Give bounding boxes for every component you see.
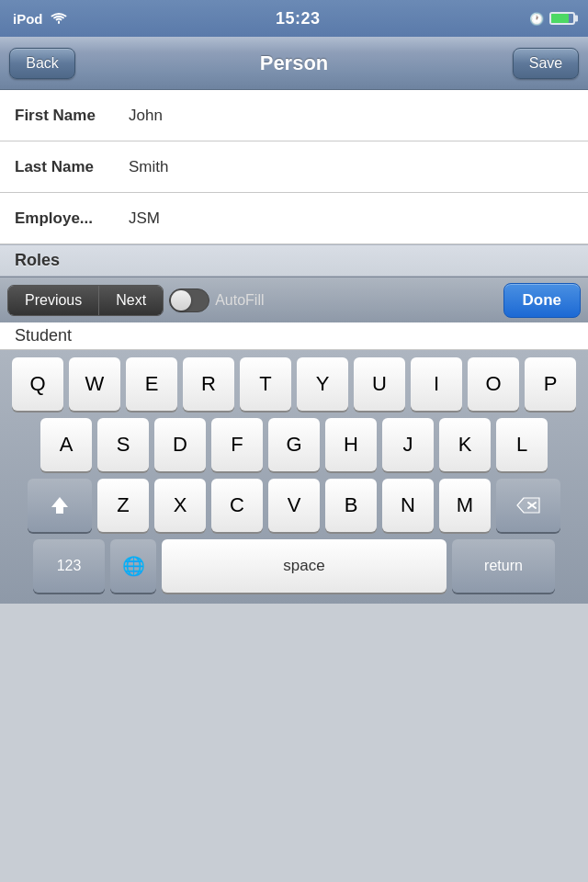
- key-q[interactable]: Q: [12, 357, 63, 411]
- keyboard: Q W E R T Y U I O P A S D F G H J K L Z …: [0, 350, 588, 604]
- key-u[interactable]: U: [354, 357, 405, 411]
- last-name-label: Last Name: [15, 158, 125, 176]
- clock-icon: 🕐: [529, 12, 544, 26]
- next-button[interactable]: Next: [99, 286, 163, 315]
- key-b[interactable]: B: [325, 479, 377, 532]
- previous-button[interactable]: Previous: [8, 286, 99, 315]
- shift-key[interactable]: [28, 479, 92, 532]
- key-h[interactable]: H: [325, 418, 377, 471]
- key-z[interactable]: Z: [97, 479, 149, 532]
- key-f[interactable]: F: [211, 418, 263, 471]
- key-j[interactable]: J: [382, 418, 434, 471]
- status-time: 15:23: [276, 9, 321, 28]
- nav-bar: Back Person Save: [0, 37, 588, 90]
- globe-key[interactable]: 🌐: [110, 539, 156, 593]
- delete-key[interactable]: [496, 479, 560, 532]
- keyboard-row-4: 123 🌐 space return: [4, 539, 584, 593]
- battery-icon: [549, 12, 575, 25]
- autofill-label: AutoFill: [215, 292, 264, 309]
- autofill-group: AutoFill: [169, 288, 264, 312]
- key-k[interactable]: K: [439, 418, 491, 471]
- status-left: iPod: [13, 11, 67, 27]
- autofill-knob: [171, 290, 191, 311]
- key-i[interactable]: I: [411, 357, 462, 411]
- first-name-label: First Name: [15, 107, 125, 125]
- status-right: 🕐: [529, 12, 575, 26]
- keyboard-row-3: Z X C V B N M: [4, 479, 584, 532]
- key-t[interactable]: T: [240, 357, 291, 411]
- form-area: First Name Last Name Employe...: [0, 90, 588, 244]
- key-v[interactable]: V: [268, 479, 320, 532]
- keyboard-row-1: Q W E R T Y U I O P: [4, 357, 584, 411]
- svg-marker-0: [51, 497, 68, 514]
- key-x[interactable]: X: [154, 479, 206, 532]
- student-row[interactable]: Student: [0, 322, 588, 350]
- status-bar: iPod 15:23 🕐: [0, 0, 588, 37]
- key-m[interactable]: M: [439, 479, 491, 532]
- space-key[interactable]: space: [162, 539, 447, 593]
- key-d[interactable]: D: [154, 418, 206, 471]
- back-button[interactable]: Back: [9, 48, 75, 79]
- nav-button-group: Previous Next: [7, 285, 164, 316]
- key-e[interactable]: E: [126, 357, 177, 411]
- key-s[interactable]: S: [97, 418, 149, 471]
- autofill-toggle[interactable]: [169, 288, 209, 312]
- key-l[interactable]: L: [496, 418, 548, 471]
- roles-section-header: Roles: [0, 244, 588, 277]
- key-g[interactable]: G: [268, 418, 320, 471]
- first-name-input[interactable]: [125, 99, 573, 132]
- roles-header-text: Roles: [15, 251, 60, 269]
- key-w[interactable]: W: [69, 357, 120, 411]
- done-button[interactable]: Done: [503, 283, 582, 318]
- page-title: Person: [260, 51, 329, 75]
- wifi-icon: [51, 11, 67, 27]
- keyboard-row-2: A S D F G H J K L: [4, 418, 584, 471]
- employee-input[interactable]: [125, 202, 573, 235]
- numbers-key[interactable]: 123: [33, 539, 105, 593]
- employee-row: Employe...: [0, 193, 588, 244]
- student-label: Student: [15, 326, 72, 345]
- battery-fill: [551, 14, 569, 23]
- return-key[interactable]: return: [452, 539, 555, 593]
- save-button[interactable]: Save: [513, 48, 579, 79]
- key-a[interactable]: A: [40, 418, 92, 471]
- keyboard-toolbar: Previous Next AutoFill Done: [0, 277, 588, 322]
- device-label: iPod: [13, 11, 43, 27]
- first-name-row: First Name: [0, 90, 588, 141]
- key-y[interactable]: Y: [297, 357, 348, 411]
- key-n[interactable]: N: [382, 479, 434, 532]
- last-name-input[interactable]: [125, 151, 573, 184]
- key-c[interactable]: C: [211, 479, 263, 532]
- key-r[interactable]: R: [183, 357, 234, 411]
- last-name-row: Last Name: [0, 141, 588, 193]
- key-p[interactable]: P: [525, 357, 576, 411]
- employee-label: Employe...: [15, 209, 125, 228]
- key-o[interactable]: O: [468, 357, 519, 411]
